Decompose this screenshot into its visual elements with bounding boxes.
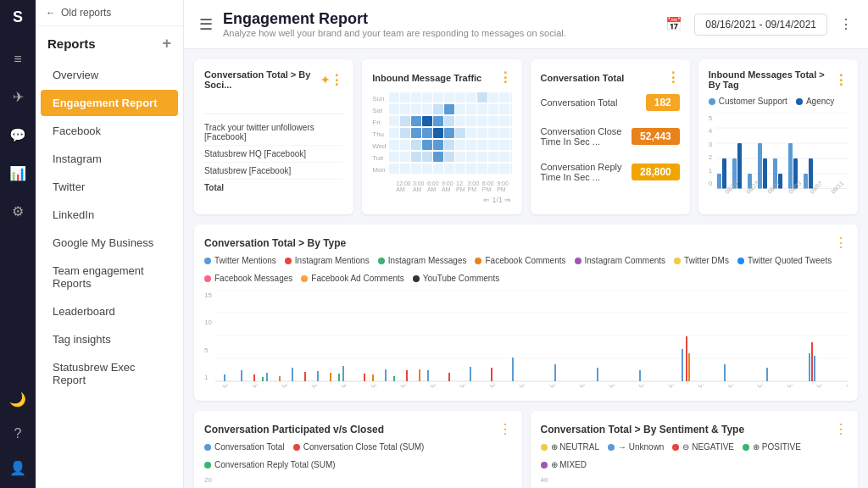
svg-rect-90 <box>717 174 721 189</box>
svg-rect-81 <box>488 164 498 174</box>
card1-title-text: Conversation Total > By Soci... <box>204 69 315 90</box>
sentiment-header: Conversation Total > By Sentiment & Type… <box>541 421 849 437</box>
participated-menu-icon[interactable]: ⋮ <box>498 421 512 437</box>
sentiment-chart-area: 10203040 <box>541 476 849 488</box>
svg-rect-42 <box>455 128 465 138</box>
nav-icon-home[interactable]: ≡ <box>10 48 25 70</box>
metric-row-1: Conversation Close Time In Sec ... 52,44… <box>541 126 680 147</box>
header-more-icon[interactable]: ⋮ <box>839 16 853 32</box>
back-arrow-icon: ← <box>46 7 56 19</box>
back-button[interactable]: ← Old reports <box>36 0 183 26</box>
metric-row-0: Conversation Total 182 <box>541 94 680 111</box>
sidebar-item-linkedin[interactable]: LinkedIn <box>41 202 178 228</box>
sidebar-item-instagram[interactable]: Instagram <box>41 146 178 172</box>
svg-rect-67 <box>466 152 476 162</box>
svg-rect-23 <box>510 104 512 114</box>
svg-rect-18 <box>455 104 465 114</box>
legend-label-agency: Agency <box>806 97 834 106</box>
card-conv-by-social: Conversation Total > By Soci... ✦ ⋮ Trac… <box>194 59 353 214</box>
sentiment-menu-icon[interactable]: ⋮ <box>834 421 848 437</box>
sidebar-title: Reports <box>47 36 96 51</box>
bottom-charts-row: Conversation Participated v/s Closed ⋮ C… <box>194 411 858 488</box>
svg-rect-5 <box>444 92 454 103</box>
content-area: Conversation Total > By Soci... ✦ ⋮ Trac… <box>184 49 868 488</box>
svg-rect-43 <box>466 128 476 138</box>
page-title: Engagement Report <box>223 10 566 28</box>
svg-rect-128 <box>304 372 306 381</box>
svg-rect-38 <box>411 128 421 138</box>
nav-icon-help[interactable]: ? <box>11 423 25 445</box>
participated-header: Conversation Participated v/s Closed ⋮ <box>204 421 512 437</box>
legend-twitter-dms: Twitter DMs <box>684 256 729 265</box>
hamburger-icon[interactable]: ☰ <box>199 15 213 34</box>
card4-y-labels: 012345 <box>709 113 712 189</box>
card1-settings-icon[interactable]: ✦ <box>320 74 330 86</box>
svg-rect-93 <box>737 143 742 189</box>
svg-rect-24 <box>389 116 399 126</box>
svg-rect-119 <box>554 364 556 381</box>
svg-rect-17 <box>444 104 454 114</box>
svg-rect-115 <box>385 369 387 381</box>
svg-rect-138 <box>338 374 340 381</box>
legend-close-total: Conversation Close Total (SUM) <box>303 442 425 452</box>
metric-label-2: Conversation Reply Time In Sec ... <box>541 162 632 182</box>
metric-value-2: 28,800 <box>632 164 680 180</box>
nav-icon-reports[interactable]: 📊 <box>6 162 30 185</box>
sentiment-y-labels: 10203040 <box>541 476 548 488</box>
svg-rect-32 <box>477 116 487 126</box>
top-cards-row: Conversation Total > By Soci... ✦ ⋮ Trac… <box>194 59 858 214</box>
nav-icon-settings[interactable]: ⚙ <box>8 200 27 223</box>
svg-rect-77 <box>444 164 454 174</box>
card4-menu-icon[interactable]: ⋮ <box>834 72 848 88</box>
page-subtitle: Analyze how well your brand and your tea… <box>223 28 566 38</box>
metric-label-1: Conversation Close Time In Sec ... <box>541 126 632 147</box>
chart-by-type-menu-icon[interactable]: ⋮ <box>834 235 848 251</box>
sidebar-item-engagement[interactable]: Engagement Report <box>41 90 178 116</box>
sidebar-item-facebook[interactable]: Facebook <box>41 118 178 144</box>
card1-menu-icon[interactable]: ⋮ <box>330 72 343 88</box>
heatmap-svg: // Will be done via inline SVG rects <box>389 92 512 175</box>
table-row: Statusbrew [Facebook] <box>204 163 343 180</box>
sidebar-item-twitter[interactable]: Twitter <box>41 174 178 200</box>
svg-rect-113 <box>317 371 319 381</box>
legend-dot-cs <box>709 98 715 105</box>
sentiment-svg <box>551 476 848 488</box>
nav-icon-darkmode[interactable]: 🌙 <box>6 388 30 411</box>
svg-rect-4 <box>433 92 443 103</box>
svg-rect-99 <box>788 143 793 189</box>
svg-rect-9 <box>488 92 498 103</box>
svg-rect-49 <box>400 140 410 150</box>
svg-rect-19 <box>466 104 476 114</box>
chart-by-type-header: Conversation Total > By Type ⋮ <box>204 235 848 251</box>
svg-rect-16 <box>433 104 443 114</box>
sidebar-item-taginsights[interactable]: Tag insights <box>41 326 178 352</box>
svg-rect-143 <box>814 356 815 381</box>
card3-menu-icon[interactable]: ⋮ <box>666 69 680 86</box>
sidebar-item-execreport[interactable]: Statusbrew Exec Report <box>41 354 178 393</box>
svg-rect-53 <box>444 140 454 150</box>
sidebar-item-overview[interactable]: Overview <box>41 62 178 88</box>
svg-rect-30 <box>455 116 465 126</box>
svg-rect-102 <box>809 158 813 189</box>
add-report-button[interactable]: + <box>162 35 171 53</box>
svg-rect-44 <box>477 128 487 138</box>
sidebar-item-googlemybusiness[interactable]: Google My Business <box>41 230 178 256</box>
calendar-icon[interactable]: 📅 <box>665 16 682 32</box>
sidebar-item-leaderboard[interactable]: Leaderboard <box>41 298 178 324</box>
chart-x-labels: 08/17/2021 08/18/2021 08/19/2021 08/20/2… <box>221 385 848 391</box>
svg-rect-41 <box>444 128 454 138</box>
nav-icon-send[interactable]: ✈ <box>9 86 27 108</box>
date-range-picker[interactable]: 08/16/2021 - 09/14/2021 <box>694 14 827 36</box>
participated-title: Conversation Participated v/s Closed <box>204 424 384 435</box>
svg-rect-133 <box>279 376 281 381</box>
app-logo: S <box>13 8 23 26</box>
sidebar-item-teamengagement[interactable]: Team engagement Reports <box>41 258 178 297</box>
card2-menu-icon[interactable]: ⋮ <box>498 69 512 86</box>
svg-rect-13 <box>400 104 410 114</box>
card4-title-bar: Inbound Messages Total > By Tag ⋮ <box>709 69 848 90</box>
chart-sentiment-type: Conversation Total > By Sentiment & Type… <box>531 411 859 488</box>
nav-icon-chat[interactable]: 💬 <box>6 124 30 147</box>
svg-rect-70 <box>499 152 509 162</box>
card4-title-text: Inbound Messages Total > By Tag <box>709 69 834 90</box>
nav-icon-profile[interactable]: 👤 <box>6 457 30 480</box>
